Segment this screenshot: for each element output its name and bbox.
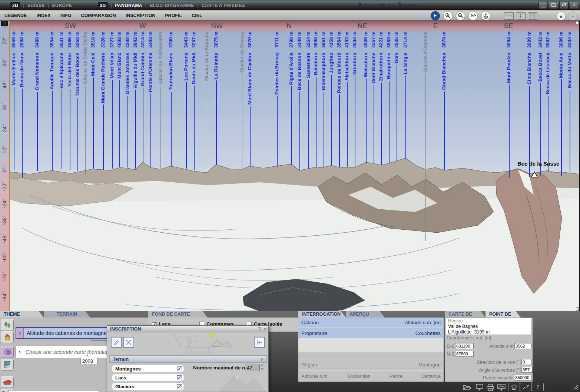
minimize-button[interactable]	[538, 1, 548, 9]
leader-line	[331, 75, 332, 165]
menu-comparaison[interactable]: COMPARAISON	[81, 13, 116, 18]
menu-profil[interactable]: PROFIL	[165, 13, 182, 18]
checkbox-icon[interactable]: ✓	[177, 366, 182, 371]
pointer-tool-icon[interactable]	[431, 11, 440, 20]
nature-icon[interactable]	[1, 319, 14, 331]
mode-3d[interactable]: 3D	[98, 2, 107, 9]
economy-icon[interactable]	[1, 346, 14, 358]
menu-suisse[interactable]: SUISSE	[27, 3, 45, 8]
reset-labels-icon[interactable]	[254, 337, 265, 348]
delete-labels-tool-icon[interactable]	[123, 337, 134, 348]
direction-input[interactable]	[521, 359, 532, 365]
inscription-dialog[interactable]: INSCRIPTION ? × Terrain ∨ Montagnes✓Lacs…	[107, 325, 269, 392]
collapse-chevron-icon[interactable]: ∧	[16, 346, 23, 358]
open-folder-icon[interactable]	[463, 384, 471, 391]
inscription-row-montagnes[interactable]: Montagnes✓	[112, 365, 184, 372]
no-split-icon[interactable]	[528, 12, 537, 20]
tab-carte-de-ref[interactable]: CARTE DE RÉF...	[445, 311, 485, 318]
menu-index[interactable]: INDEX	[36, 13, 50, 18]
theme-search-input[interactable]	[8, 390, 99, 392]
print-icon[interactable]	[486, 384, 494, 391]
pan-handle-top-icon[interactable]	[576, 21, 579, 24]
history-forward-icon[interactable]: »	[568, 11, 577, 20]
restore-button[interactable]	[559, 1, 569, 9]
menu-panorama[interactable]: PANORAMA	[115, 3, 142, 8]
peak-label: Aletschhorn 4193 m	[344, 31, 349, 81]
leader-line	[14, 87, 14, 170]
year-slider-track	[97, 361, 107, 361]
peak-label: Grand Combin 4314 m	[140, 31, 145, 86]
state-flag-icon[interactable]	[1, 359, 14, 371]
leader-line	[242, 74, 242, 169]
peak-label: Monte Avic 3006 m	[558, 31, 564, 78]
axis-tick: 60°	[1, 59, 7, 66]
menu-carte-a-prismes[interactable]: CARTE A PRISMES	[202, 3, 245, 8]
viewpoint-eye-icon[interactable]	[481, 11, 490, 20]
tab-fond-de-carte[interactable]: FOND DE CARTE	[148, 311, 208, 318]
oe-input[interactable]	[455, 343, 474, 349]
menu-inscription[interactable]: INSCRIPTION	[126, 13, 156, 18]
pv-alt-input[interactable]	[514, 343, 531, 349]
transport-icon[interactable]	[1, 376, 14, 388]
maximize-button[interactable]	[549, 1, 558, 9]
inscription-sketch	[166, 331, 233, 355]
axis-tick: 12°	[1, 146, 7, 153]
chevron-down-icon[interactable]: ∨	[260, 356, 266, 362]
zoom-in-icon[interactable]	[443, 11, 453, 20]
split-vertical-icon[interactable]	[516, 12, 526, 20]
split-horizontal-icon[interactable]	[504, 12, 514, 20]
inscription-section-terrain[interactable]: Terrain ∨	[109, 355, 267, 363]
menu-legende[interactable]: LÉGENDE	[4, 13, 27, 18]
population-icon[interactable]	[1, 331, 14, 343]
checkbox-icon[interactable]: ✓	[177, 375, 182, 380]
peak-label: Grünhorn 4044 m	[352, 31, 357, 75]
year-slider-handle-icon[interactable]: ▲	[86, 353, 89, 357]
leader-line	[22, 89, 23, 178]
tab-theme[interactable]: THÈME	[0, 311, 44, 318]
link-icon[interactable]	[520, 383, 532, 391]
tab-apercu[interactable]: APERÇU	[346, 311, 385, 318]
zoom-out-icon[interactable]	[456, 11, 465, 20]
tab-terrain[interactable]: TERRAIN	[44, 311, 90, 318]
dialog-close-icon[interactable]: ×	[262, 326, 268, 332]
ns-input[interactable]	[455, 351, 474, 357]
theme-search-row	[0, 389, 100, 392]
peak-label: Grand Blanchen 3679 m	[441, 31, 447, 90]
draw-label-tool-icon[interactable]	[111, 337, 122, 348]
checkbox-icon[interactable]: ✓	[177, 384, 182, 389]
inscription-row-glaciers[interactable]: Glaciers✓	[112, 383, 184, 390]
interrogation-row-proprietaire[interactable]: Propriétaire Couchettes	[298, 328, 444, 338]
collapse-chevron-icon[interactable]: ∧	[16, 328, 24, 338]
export-image-icon[interactable]	[497, 384, 506, 391]
help-icon[interactable]: ?	[532, 383, 544, 391]
angle-input[interactable]	[521, 367, 533, 373]
pan-handle-bottom-icon[interactable]	[576, 308, 579, 310]
inscription-row-lacs[interactable]: Lacs✓	[112, 374, 184, 381]
menu-europe[interactable]: EUROPE	[52, 3, 72, 8]
dialog-help-icon[interactable]: ?	[256, 326, 262, 332]
interrogation-row-cabane[interactable]: Cabane Altitude s.m. [m]	[298, 318, 444, 328]
year-field[interactable]: 2008	[80, 358, 97, 364]
axis-tick: -24°	[1, 199, 7, 208]
app-title: Atlas de la Suisse	[348, 1, 426, 9]
export-screen-icon[interactable]	[475, 384, 484, 391]
menu-info[interactable]: INFO	[60, 13, 72, 18]
direction-label: Direction de la vue [°]	[477, 360, 521, 365]
resize-grip-icon[interactable]	[572, 384, 579, 390]
leader-line	[299, 92, 300, 170]
proprietaire-label: Propriétaire	[301, 330, 327, 336]
coords-label: Coordonnées nat. [m]	[447, 335, 491, 340]
tab-interrogation[interactable]: INTERROGATION	[298, 311, 346, 318]
portee-input[interactable]	[514, 375, 532, 381]
pan-terrain-icon[interactable]	[468, 11, 478, 20]
pv-region-value: Val de Bagnes	[448, 324, 530, 329]
history-back-icon[interactable]: «	[557, 11, 566, 20]
menu-bloc-diagramme[interactable]: BLOC-DIAGRAMME	[150, 3, 194, 8]
tab-point-de-vue[interactable]: POINT DE VUE	[485, 311, 521, 318]
home-icon[interactable]	[508, 383, 520, 391]
mode-2d[interactable]: 2D	[10, 2, 20, 9]
elevation-ruler: 84°72°60°48°36°24°12°0°-12°-24°-36°-48°-…	[0, 21, 10, 311]
close-button[interactable]: ×	[570, 1, 579, 9]
panorama[interactable]: SWWNWNNEESE Monte Emilius 3559 mBecca de…	[0, 21, 580, 311]
menu-ciel[interactable]: CIEL	[192, 13, 202, 18]
